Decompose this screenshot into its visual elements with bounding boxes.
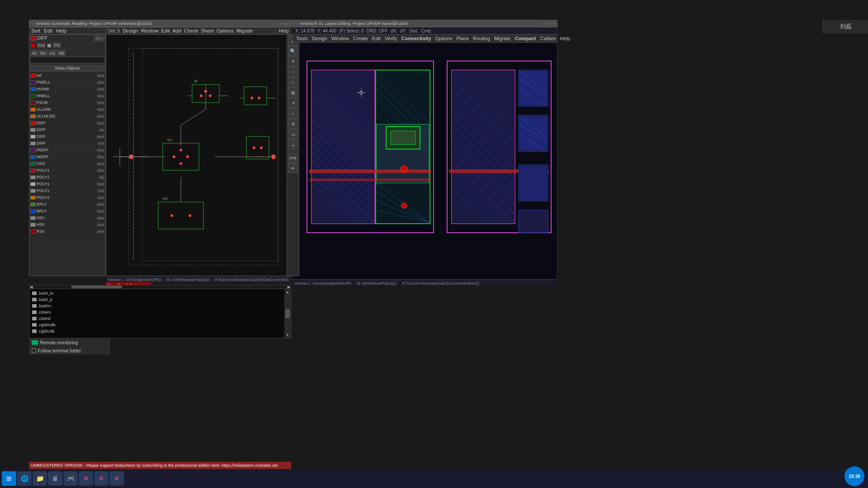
file-item-bashlo[interactable]: .bash_lo xyxy=(31,290,289,296)
scroll-up-btn[interactable]: ▲ xyxy=(286,290,289,294)
scroll-thumb[interactable] xyxy=(285,309,290,318)
file-item-bashp[interactable]: .bash_p xyxy=(31,296,289,303)
layout-canvas[interactable] xyxy=(293,42,557,280)
tool-pan[interactable]: ⊞ xyxy=(288,88,298,98)
h-scroll-thumb[interactable] xyxy=(71,286,122,288)
layer-row-pdiff[interactable]: PDIFF ldrw xyxy=(29,147,105,154)
remote-monitoring-row[interactable]: Remote monitoring xyxy=(29,338,110,347)
layer-row-p2v[interactable]: P2V ldrw xyxy=(29,228,105,235)
window-layout-menu[interactable]: Window xyxy=(330,36,350,41)
design-menu[interactable]: Design xyxy=(123,28,138,33)
mobaterm-icon-3[interactable]: ✕ xyxy=(109,471,124,486)
sort-menu[interactable]: Sort xyxy=(31,28,40,33)
layout-close-btn[interactable]: × xyxy=(295,21,298,26)
layer-row-diff-lbnd[interactable]: DIFF lbnd xyxy=(29,133,105,140)
file-item-cgldrcdb[interactable]: .cgldrcdb xyxy=(31,328,289,334)
edit-menu[interactable]: Edit xyxy=(44,28,52,33)
sch-close-btn[interactable]: × xyxy=(31,21,34,26)
tool-pencil[interactable]: ✏ xyxy=(288,163,298,173)
file-item-bashrc[interactable]: .bashrc xyxy=(31,303,289,309)
check-menu[interactable]: Check xyxy=(184,28,198,33)
window-menu[interactable]: Window xyxy=(141,28,158,33)
sch-help[interactable]: Help xyxy=(278,28,289,33)
verify-menu[interactable]: Verify xyxy=(384,36,398,41)
layer-row-h2v[interactable]: H2V ldrw xyxy=(29,215,105,221)
ns-btn[interactable]: NS xyxy=(57,50,66,56)
edit-layout-menu[interactable]: Edit xyxy=(371,36,382,41)
tool-zoom[interactable]: 🔍 xyxy=(288,46,298,56)
sheet-menu[interactable]: Sheet xyxy=(201,28,214,33)
layer-row-eply[interactable]: EPLY ldrw xyxy=(29,201,105,208)
file-item-cgldimdb[interactable]: .cgldimdb xyxy=(31,322,289,328)
edit-submenu[interactable]: Edit xyxy=(161,28,170,33)
help-menu[interactable]: Help xyxy=(56,28,66,33)
layer-row-h3v[interactable]: H3V ldrw xyxy=(29,221,105,228)
layer-row-diff-ldrw[interactable]: DIFF ldrw xyxy=(29,120,105,127)
layer-row-poly1-ldy[interactable]: POLY1 ldy xyxy=(29,174,105,181)
migrate-layout-menu[interactable]: Migrate xyxy=(493,36,512,41)
connectivity-menu[interactable]: Connectivity xyxy=(401,36,432,41)
schematic-canvas[interactable]: M M1 xyxy=(106,34,291,276)
layer-row-pwell[interactable]: PWELL ldrw xyxy=(29,79,105,86)
layer-row-diff-lnet[interactable]: DIFF lnet xyxy=(29,140,105,147)
layer-row-poly1-ldrw[interactable]: POLY1 ldrw xyxy=(29,167,105,174)
tool-arrow[interactable]: ↗ xyxy=(288,98,298,108)
layout-help[interactable]: Help xyxy=(559,36,571,41)
layer-row-bply[interactable]: BPLY ldrw xyxy=(29,208,105,215)
place-menu[interactable]: Place xyxy=(456,36,470,41)
scroll-down-btn[interactable]: ▼ xyxy=(286,333,289,337)
layer-filter-input[interactable] xyxy=(30,57,104,63)
options-layout-menu[interactable]: Options xyxy=(434,36,453,41)
game-icon[interactable]: 🎮 xyxy=(63,471,78,486)
explorer-icon[interactable]: 📁 xyxy=(33,471,47,486)
mobaterm-icon-1[interactable]: ✕ xyxy=(79,471,93,486)
migrate-menu[interactable]: Migrate xyxy=(236,28,253,33)
tool-zoom-out[interactable]: − xyxy=(288,67,298,77)
routing-menu[interactable]: Routing xyxy=(472,36,491,41)
tool-zoom-in[interactable]: + xyxy=(288,56,298,66)
layer-row-ullnw[interactable]: ULLNW ldrw xyxy=(29,106,105,113)
display-icon[interactable]: 🖥 xyxy=(48,471,62,486)
layer-row-psub[interactable]: PSUB ldrw xyxy=(29,99,105,106)
layer-row-poly1-lnet[interactable]: POLY1 lnet xyxy=(29,188,105,194)
tool-std[interactable]: [std] xyxy=(288,153,298,163)
file-item-cdsinit[interactable]: .cdsinit xyxy=(31,315,289,322)
add-menu[interactable]: Add xyxy=(172,28,181,33)
tool-circle[interactable]: ○ xyxy=(288,108,298,118)
start-button[interactable]: ⊞ xyxy=(2,471,16,486)
h-scroll-right[interactable]: ▶ xyxy=(287,285,291,289)
tool-rotate[interactable]: ↺ xyxy=(288,119,298,129)
layer-row-hvnw[interactable]: HVNW ldrw xyxy=(29,86,105,93)
layer-row-odz[interactable]: ODZ ldrw xyxy=(29,160,105,167)
file-item-cdserv[interactable]: .cdserv xyxy=(31,309,289,315)
create-menu[interactable]: Create xyxy=(352,36,369,41)
av-btn[interactable]: AV xyxy=(30,50,38,56)
options-menu[interactable]: Options xyxy=(217,28,234,33)
show-objects-btn[interactable]: Show Objects xyxy=(30,65,104,71)
layer-row-poly2[interactable]: POLY2 ldrw xyxy=(29,194,105,201)
layer-row-hnell[interactable]: HNELL ldrw xyxy=(29,93,105,99)
nv-btn[interactable]: NV xyxy=(39,50,47,56)
h-scroll-left[interactable]: ◀ xyxy=(29,285,33,289)
layout-max-btn[interactable]: □ xyxy=(548,21,551,26)
layer-row-ullnldd[interactable]: ULLNLDD ldrw xyxy=(29,113,105,120)
layer-row-poly1-lbnd[interactable]: POLY1 lbnd xyxy=(29,181,105,188)
terminal-area[interactable]: .bash_lo .bash_p .bashrc .cdserv .cdsini… xyxy=(29,289,291,338)
tool-measure[interactable]: ⊥ xyxy=(288,140,298,150)
as-btn[interactable]: AS xyxy=(48,50,57,56)
mobaterm-icon-2[interactable]: ✕ xyxy=(94,471,108,486)
follow-terminal-checkbox[interactable] xyxy=(32,348,36,353)
tool-ruler[interactable]: ▭ xyxy=(288,129,298,139)
design-layout-menu[interactable]: Design xyxy=(311,36,328,41)
taskbar-clock[interactable]: 10:39 xyxy=(844,466,864,486)
layer-row-ref[interactable]: ref ldrw xyxy=(29,72,105,79)
compact-menu[interactable]: Compact xyxy=(514,36,537,41)
tool-select[interactable]: □ xyxy=(288,77,298,87)
layout-close2-btn[interactable]: × xyxy=(552,21,555,26)
sch-close2-btn[interactable]: × xyxy=(289,21,292,26)
sch-min-btn[interactable]: ─ xyxy=(279,21,283,26)
layout-min-btn[interactable]: ─ xyxy=(543,21,546,26)
layer-row-ndiff[interactable]: NDIFF ldrw xyxy=(29,154,105,160)
browser-icon[interactable]: 🌐 xyxy=(17,471,32,486)
layer-row-diff-ldy[interactable]: DIFF ldy xyxy=(29,127,105,133)
